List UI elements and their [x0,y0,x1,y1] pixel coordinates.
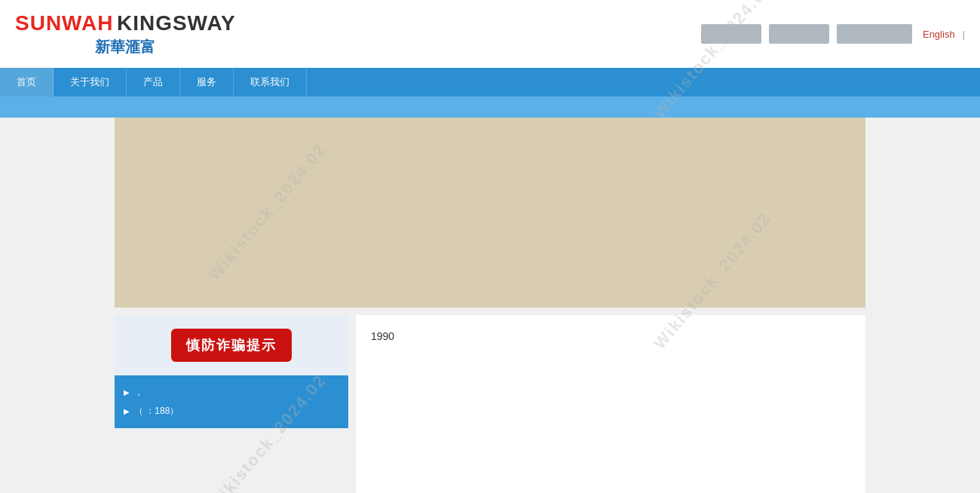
header-button-3[interactable] [837,24,912,44]
banner-area [115,118,865,308]
header: SUNWAH KINGSWAY 新華滙富 English | [0,0,980,68]
sidebar-blue-section: ▶ ， ▶ （ ：188） [115,375,348,428]
sidebar-list-item-2[interactable]: ▶ （ ：188） [124,402,339,421]
logo-chinese: 新華滙富 [95,37,155,57]
fraud-notice-area: 慎防诈骗提示 [115,315,348,375]
sidebar-list-item-1[interactable]: ▶ ， [124,383,339,402]
sidebar-arrow-2: ▶ [124,407,130,415]
logo-kingsway: KINGSWAY [117,11,236,35]
logo-line1: SUNWAH KINGSWAY [15,11,236,35]
fraud-notice-button[interactable]: 慎防诈骗提示 [171,329,292,362]
logo-area: SUNWAH KINGSWAY 新華滙富 [15,11,236,57]
sidebar-arrow-1: ▶ [124,388,130,397]
language-label: English [923,29,955,40]
header-button-1[interactable] [701,24,761,44]
left-sidebar: 慎防诈骗提示 ▶ ， ▶ （ ：188） [115,315,348,493]
nav-item-products[interactable]: 产品 [127,68,180,96]
header-right: English | [701,24,965,44]
header-button-2[interactable] [769,24,829,44]
nav-bar: 首页 关于我们 产品 服务 联系我们 [0,68,980,96]
nav-item-home[interactable]: 首页 [0,68,54,96]
sub-nav-bar [0,96,980,118]
right-content-area: 1990 [356,315,865,493]
nav-item-about[interactable]: 关于我们 [54,68,127,96]
nav-item-services[interactable]: 服务 [180,68,234,96]
nav-item-contact[interactable]: 联系我们 [234,68,307,96]
main-content: 慎防诈骗提示 ▶ ， ▶ （ ：188） 1990 [0,315,980,493]
logo-sunwah: SUNWAH [15,11,113,35]
year-text: 1990 [371,330,850,342]
lang-separator: | [963,29,965,40]
